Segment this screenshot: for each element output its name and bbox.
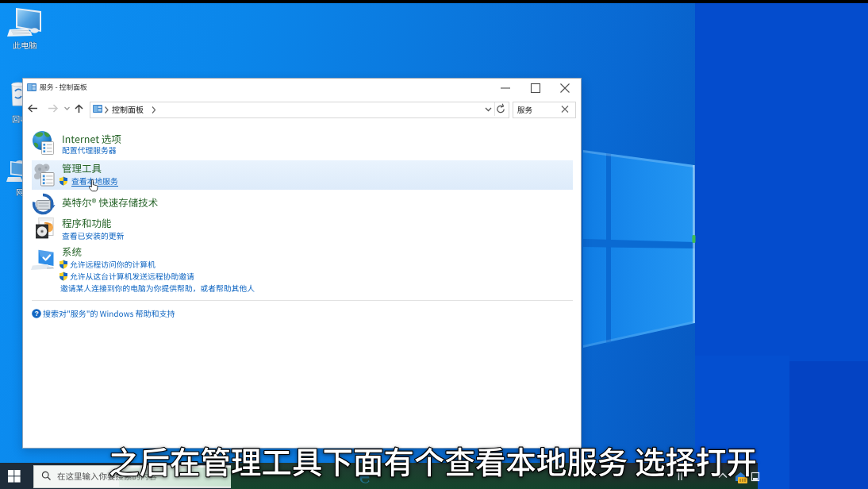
svg-text:?: ?	[34, 309, 38, 317]
